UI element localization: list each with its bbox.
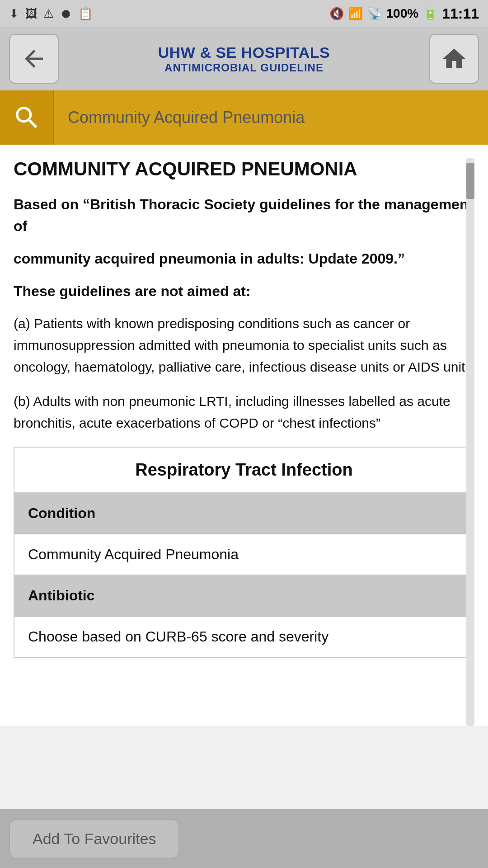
status-right: 🔇 📶 📡 100% 🔋 11:11 xyxy=(329,5,479,22)
scrollbar-thumb[interactable] xyxy=(466,163,474,199)
table-row[interactable]: Condition xyxy=(14,493,474,534)
battery-percentage: 100% xyxy=(386,6,419,21)
table-cell-antibiotic: Antibiotic xyxy=(14,575,474,616)
table-row[interactable]: Choose based on CURB-65 score and severi… xyxy=(14,616,474,657)
content-main: COMMUNITY ACQUIRED PNEUMONIA Based on “B… xyxy=(14,158,474,726)
table-row[interactable]: Antibiotic xyxy=(14,575,474,616)
content-area: COMMUNITY ACQUIRED PNEUMONIA Based on “B… xyxy=(0,145,488,726)
scrollbar[interactable] xyxy=(466,158,474,726)
clipboard-icon: 📋 xyxy=(78,7,93,21)
battery-icon: 🔋 xyxy=(423,7,437,21)
nav-bar: UHW & SE HOSPITALS ANTIMICROBIAL GUIDELI… xyxy=(0,27,488,90)
intro-paragraph-1: Based on “British Thoracic Society guide… xyxy=(14,193,474,237)
search-bar[interactable]: Community Acquired Pneumonia xyxy=(0,90,488,145)
download-icon: ⬇ xyxy=(9,7,19,21)
bottom-bar: Add To Favourites xyxy=(0,809,488,868)
guidelines-label: These guidelines are not aimed at: xyxy=(14,280,474,302)
table-title: Respiratory Tract Infection xyxy=(14,447,474,493)
app-title-sub: ANTIMICROBIAL GUIDELINE xyxy=(158,61,330,74)
warning-icon: ⚠ xyxy=(43,7,54,21)
table-cell-condition: Condition xyxy=(14,493,474,534)
back-button[interactable] xyxy=(9,34,59,84)
status-icons: ⬇ 🖼 ⚠ ⏺ 📋 xyxy=(9,7,93,21)
guideline-table: Respiratory Tract Infection Condition Co… xyxy=(14,447,474,658)
image-icon: 🖼 xyxy=(25,7,37,21)
table-cell-curb: Choose based on CURB-65 score and severi… xyxy=(14,616,474,657)
clock: 11:11 xyxy=(442,5,479,22)
table-row[interactable]: Community Acquired Pneumonia xyxy=(14,534,474,575)
search-button[interactable] xyxy=(0,90,54,145)
home-button[interactable] xyxy=(429,34,479,84)
app-title: UHW & SE HOSPITALS ANTIMICROBIAL GUIDELI… xyxy=(158,44,330,74)
status-bar: ⬇ 🖼 ⚠ ⏺ 📋 🔇 📶 📡 100% 🔋 11:11 xyxy=(0,0,488,27)
table-cell-cap: Community Acquired Pneumonia xyxy=(14,534,474,575)
app-title-main: UHW & SE HOSPITALS xyxy=(158,44,330,61)
back-arrow-icon xyxy=(20,45,47,72)
table-header-row: Respiratory Tract Infection xyxy=(14,447,474,493)
add-to-favourites-button[interactable]: Add To Favourites xyxy=(9,819,179,859)
page-title: COMMUNITY ACQUIRED PNEUMONIA xyxy=(14,158,474,180)
wifi-icon: 📶 xyxy=(348,7,363,21)
sync-icon: ⏺ xyxy=(60,7,72,21)
mute-icon: 🔇 xyxy=(329,7,344,21)
search-icon xyxy=(12,103,42,132)
signal-icon: 📡 xyxy=(367,7,382,21)
search-query: Community Acquired Pneumonia xyxy=(54,108,318,127)
intro-paragraph-2: community acquired pneumonia in adults: … xyxy=(14,248,474,269)
point-b: (b) Adults with non pneumonic LRTI, incl… xyxy=(14,391,474,434)
home-icon xyxy=(441,45,468,72)
point-a: (a) Patients with known predisposing con… xyxy=(14,313,474,378)
